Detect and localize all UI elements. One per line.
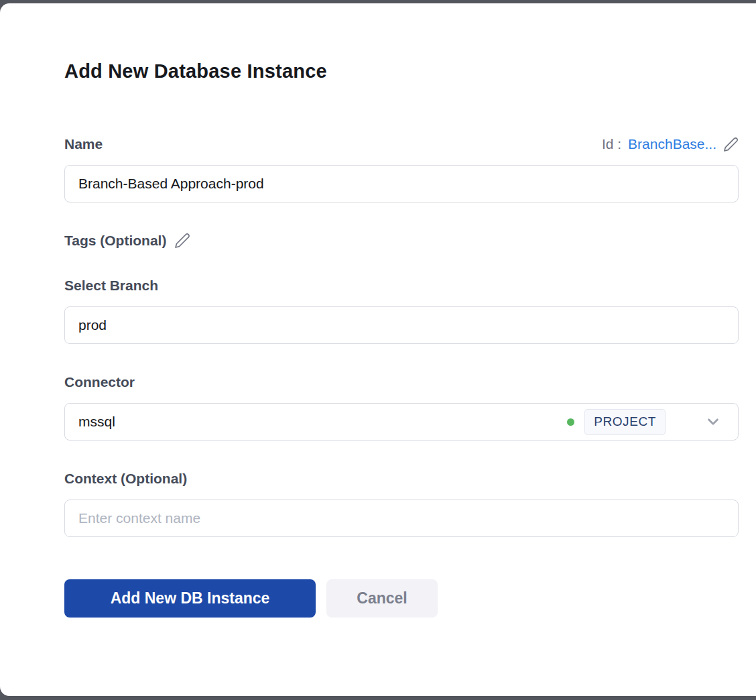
cancel-button[interactable]: Cancel bbox=[326, 579, 438, 618]
context-input[interactable] bbox=[64, 500, 739, 537]
instance-id-link[interactable]: BranchBase... bbox=[628, 136, 716, 152]
tags-label-text: Tags (Optional) bbox=[64, 233, 166, 249]
branch-label-row: Select Branch bbox=[64, 278, 739, 294]
branch-label: Select Branch bbox=[64, 278, 158, 294]
tags-field-group: Tags (Optional) bbox=[64, 233, 722, 249]
name-field-group: Name Id : BranchBase... bbox=[64, 136, 722, 202]
connector-label-row: Connector bbox=[64, 374, 739, 390]
modal-title: Add New Database Instance bbox=[64, 60, 722, 82]
branch-input[interactable] bbox=[64, 306, 739, 344]
connector-label: Connector bbox=[64, 374, 135, 390]
edit-id-button[interactable] bbox=[723, 137, 739, 152]
instance-id-row: Id : BranchBase... bbox=[602, 136, 739, 152]
name-input[interactable] bbox=[64, 165, 739, 202]
modal-content: Add New Database Instance Name Id : Bran… bbox=[0, 3, 756, 618]
pencil-icon bbox=[174, 233, 190, 249]
modal-actions: Add New DB Instance Cancel bbox=[64, 579, 722, 618]
name-label-row: Name Id : BranchBase... bbox=[64, 136, 739, 152]
connector-field-group: Connector PROJECT bbox=[64, 374, 722, 441]
tags-label: Tags (Optional) bbox=[64, 233, 722, 249]
id-prefix-label: Id : bbox=[602, 136, 621, 152]
pencil-icon bbox=[723, 137, 739, 152]
name-label: Name bbox=[64, 136, 103, 152]
context-field-group: Context (Optional) bbox=[64, 471, 722, 537]
chevron-down-icon[interactable] bbox=[704, 413, 722, 430]
add-db-instance-modal: Add New Database Instance Name Id : Bran… bbox=[0, 3, 756, 696]
branch-field-group: Select Branch bbox=[64, 278, 722, 344]
connector-input[interactable] bbox=[78, 414, 567, 430]
connection-status-dot bbox=[567, 418, 574, 426]
edit-tags-button[interactable] bbox=[174, 233, 190, 249]
project-scope-badge: PROJECT bbox=[584, 409, 666, 435]
context-label-row: Context (Optional) bbox=[64, 471, 739, 487]
context-label: Context (Optional) bbox=[64, 471, 187, 487]
connector-select[interactable]: PROJECT bbox=[64, 403, 739, 441]
add-db-instance-button[interactable]: Add New DB Instance bbox=[64, 579, 316, 618]
